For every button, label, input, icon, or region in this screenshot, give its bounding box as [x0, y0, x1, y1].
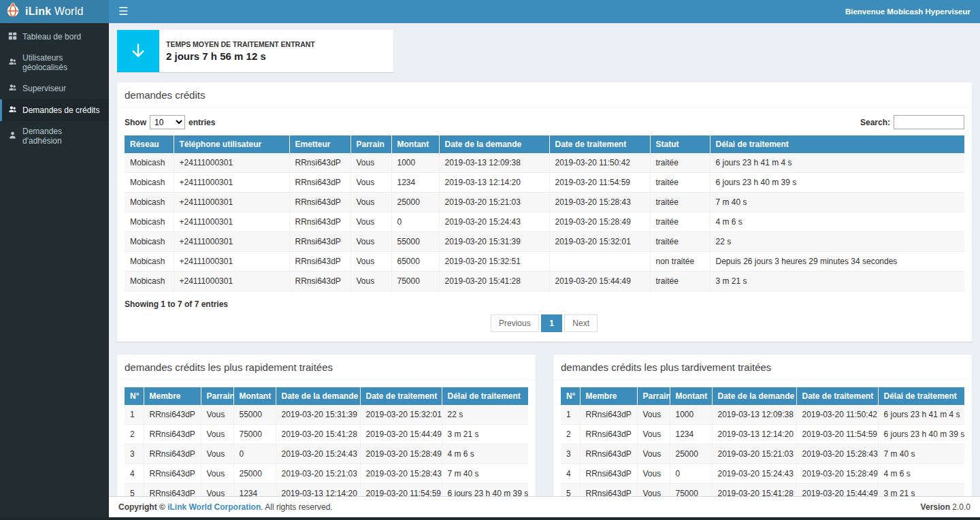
sidebar-item-demandes-adhesion[interactable]: Demandes d'adhésion — [0, 121, 109, 151]
column-header[interactable]: Membre — [144, 387, 201, 405]
table-cell: RRnsi643dP — [289, 193, 350, 212]
slowest-table: N°MembreParrainMontantDate de la demande… — [561, 387, 964, 496]
table-row: Mobicash+24111000301RRnsi643dPVous650002… — [125, 252, 964, 272]
table-cell: 55000 — [391, 232, 439, 252]
column-header[interactable]: N° — [561, 387, 580, 405]
column-header[interactable]: Délai de traitement — [878, 387, 964, 405]
credits-panel-title: demandes crédits — [117, 82, 972, 108]
column-header[interactable]: Délai de traitement — [710, 135, 964, 153]
table-cell: Vous — [201, 444, 233, 464]
pagination-page-1-button[interactable]: 1 — [541, 314, 562, 332]
table-cell: 25000 — [391, 193, 439, 212]
content-area: TEMPS MOYEN DE TRAITEMENT ENTRANT 2 jour… — [109, 23, 980, 496]
table-row: 3RRnsi643dPVous02019-03-20 15:24:432019-… — [125, 444, 528, 464]
sidebar-item-label: Tableau de bord — [22, 32, 81, 42]
user-icon — [8, 131, 17, 142]
column-header[interactable]: Parrain — [201, 387, 233, 405]
table-cell: 2019-03-13 12:09:38 — [439, 153, 549, 173]
column-header[interactable]: Réseau — [125, 135, 174, 153]
header-row: N°MembreParrainMontantDate de la demande… — [561, 387, 964, 405]
sidebar-item-label: Superviseur — [22, 84, 66, 93]
sidebar-item-demandes-de-credits[interactable]: Demandes de crédits — [0, 99, 109, 121]
sidebar-item-tableau-de-bord[interactable]: Tableau de bord — [0, 26, 109, 48]
column-header[interactable]: Délai de traitement — [442, 387, 528, 405]
table-cell: Vous — [201, 405, 233, 425]
page-length-select[interactable]: 10 — [150, 115, 185, 129]
table-cell: RRnsi643dP — [289, 232, 350, 252]
table-cell: 3 m 21 s — [442, 425, 528, 444]
company-link[interactable]: iLink World Corporation — [167, 502, 261, 512]
table-cell: 5 — [125, 484, 144, 497]
column-header[interactable]: Date de la demande — [712, 387, 796, 405]
column-header[interactable]: Montant — [670, 387, 712, 405]
table-cell: 6 jours 23 h 41 m 4 s — [710, 153, 964, 173]
table-cell: 2019-03-20 15:24:43 — [439, 212, 549, 232]
column-header[interactable]: Date de la demande — [276, 387, 360, 405]
table-cell: 2019-03-20 15:24:43 — [276, 444, 360, 464]
column-header[interactable]: Date de traitement — [796, 387, 878, 405]
column-header[interactable]: Statut — [650, 135, 710, 153]
table-cell: +24111000301 — [174, 212, 289, 232]
table-cell: +24111000301 — [174, 153, 289, 173]
table-cell: 2019-03-20 15:21:03 — [276, 464, 360, 484]
table-cell: Vous — [637, 405, 670, 425]
table-row: 4RRnsi643dPVous250002019-03-20 15:21:032… — [125, 464, 528, 484]
table-row: Mobicash+24111000301RRnsi643dPVous550002… — [125, 232, 964, 252]
table-cell: traitée — [650, 153, 710, 173]
search-input[interactable] — [894, 115, 964, 129]
column-header[interactable]: Date de traitement — [360, 387, 442, 405]
table-cell: 2019-03-20 15:28:43 — [360, 464, 442, 484]
table-cell: 2019-03-13 12:14:20 — [276, 484, 360, 497]
table-cell: Vous — [201, 484, 233, 497]
brand-logo[interactable]: iLink World — [0, 0, 109, 23]
column-header[interactable]: Téléphone utilisateur — [174, 135, 289, 153]
table-cell: RRnsi643dP — [289, 153, 350, 173]
table-cell: 0 — [391, 212, 439, 232]
table-cell: 2019-03-20 11:54:59 — [549, 173, 650, 193]
table-cell: 75000 — [391, 272, 439, 291]
table-cell: 1000 — [391, 153, 439, 173]
fastest-table: N°MembreParrainMontantDate de la demande… — [125, 387, 528, 496]
sidebar-item-utilisateurs-geolocalises[interactable]: Utilisateurs géolocalisés — [0, 48, 109, 78]
table-cell: 2019-03-20 15:28:49 — [360, 444, 442, 464]
table-cell: 2019-03-13 12:09:38 — [712, 405, 796, 425]
table-cell: Mobicash — [125, 232, 174, 252]
column-header[interactable]: Parrain — [637, 387, 670, 405]
column-header[interactable]: Parrain — [350, 135, 391, 153]
pagination: Previous 1 Next — [125, 314, 964, 332]
sidebar-item-superviseur[interactable]: Superviseur — [0, 78, 109, 99]
slowest-table-header: N°MembreParrainMontantDate de la demande… — [561, 387, 964, 405]
column-header[interactable]: Date de la demande — [439, 135, 549, 153]
table-cell: RRnsi643dP — [289, 252, 350, 272]
pagination-previous-button[interactable]: Previous — [491, 314, 539, 332]
table-cell: 0 — [670, 464, 712, 484]
table-cell: 2019-03-20 15:24:43 — [712, 464, 796, 484]
table-cell: RRnsi643dP — [144, 464, 201, 484]
table-cell: 2019-03-20 15:44:49 — [549, 272, 650, 291]
table-cell: Mobicash — [125, 252, 174, 272]
table-cell: Vous — [350, 173, 391, 193]
column-header[interactable]: Montant — [391, 135, 439, 153]
pagination-next-button[interactable]: Next — [564, 314, 598, 332]
table-cell: Vous — [350, 212, 391, 232]
table-cell: Mobicash — [125, 193, 174, 212]
arrow-down-icon — [117, 30, 159, 72]
column-header[interactable]: N° — [125, 387, 144, 405]
column-header[interactable]: Montant — [233, 387, 276, 405]
table-cell: 3 — [125, 444, 144, 464]
table-row: Mobicash+24111000301RRnsi643dPVous750002… — [125, 272, 964, 291]
column-header[interactable]: Date de traitement — [549, 135, 650, 153]
column-header[interactable]: Emetteur — [289, 135, 350, 153]
column-header[interactable]: Membre — [580, 387, 637, 405]
bottom-panels-row: demandes crédits les plus rapidement tra… — [117, 354, 972, 496]
sidebar-toggle-icon[interactable]: ☰ — [118, 6, 128, 17]
table-cell: 65000 — [391, 252, 439, 272]
sidebar-item-label: Demandes d'adhésion — [22, 127, 103, 146]
table-cell: 7 m 40 s — [878, 444, 964, 464]
sidebar-menu: Tableau de bord Utilisateurs géolocalisé… — [0, 23, 109, 151]
users-icon — [8, 57, 17, 68]
table-cell: 2019-03-20 15:21:03 — [439, 193, 549, 212]
table-cell: traitée — [650, 232, 710, 252]
sidebar: iLink World Tableau de bord Utilisateurs… — [0, 0, 109, 517]
table-cell: 1234 — [391, 173, 439, 193]
